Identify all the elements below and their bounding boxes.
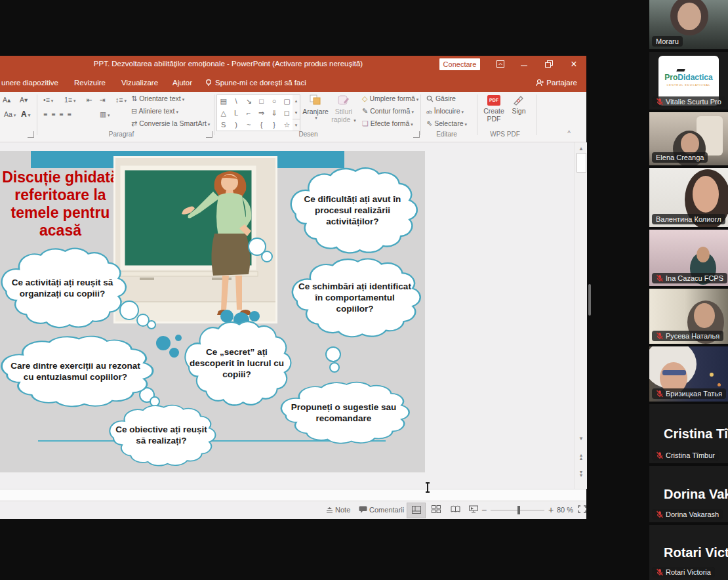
left-brace-shape-icon[interactable]: { [255,119,268,131]
decrease-indent-button[interactable]: ⇤ [87,96,92,104]
notes-splitter[interactable] [0,489,586,501]
quick-styles-button[interactable]: Stiluri rapide ▾ [331,94,357,123]
group-separator [477,94,477,135]
star-shape-icon[interactable]: ☆ [281,119,293,131]
collapse-ribbon-icon[interactable]: ^ [567,130,571,137]
align-text-button[interactable]: ⊟ Aliniere text▾ [131,107,178,115]
tab-expunere-diapozitive[interactable]: unere diapozitive [1,73,58,92]
textbox-shape-icon[interactable]: ▤ [217,95,230,107]
participant-tile-brizitskaya[interactable]: Бризицкая Татья [649,346,728,402]
participant-tile-moraru[interactable]: Moraru [649,0,728,49]
shape-fill-button[interactable]: ◇ Umplere formă▾ [362,94,418,103]
shapes-gallery-scroll[interactable]: ▲▼▼ [293,94,300,131]
tab-revizuire[interactable]: Revizuire [74,73,106,92]
glasses [662,370,686,375]
tab-ajutor[interactable]: Ajutor [172,73,192,92]
increase-indent-button[interactable]: ⇥ [100,96,106,104]
align-buttons[interactable]: ≡≡≡≡ [43,110,75,118]
right-arrow-shape-icon[interactable]: ⇒ [255,107,268,119]
share-button[interactable]: Partajare [536,73,577,92]
replace-button[interactable]: ab Înlocuire▾ [426,107,464,115]
zoom-out-button[interactable]: − [481,501,487,518]
oval-shape-icon[interactable]: ○ [268,95,280,107]
text-direction-button[interactable]: ⇅ Orientare text▾ [131,94,184,103]
comments-toggle[interactable]: Comentarii [359,501,404,518]
participant-tile-vitalie-scurtu[interactable]: ProDidactica CENTRUL EDUCATIONAL Vitalie… [649,52,728,110]
change-case-button[interactable]: Aa▾ [4,110,16,118]
participant-tile-valentina[interactable]: Валентина Колиогл [649,168,728,227]
create-pdf-button[interactable]: PDF Create PDF [481,94,507,123]
curve-shape-icon[interactable]: ~ [243,119,255,131]
numbering-button[interactable]: 1≡▾ [64,96,75,104]
slide-sorter-view-button[interactable] [427,503,445,517]
grow-font-button[interactable]: A▴ [3,96,10,104]
normal-view-button[interactable] [407,503,426,518]
bullets-button[interactable]: •≡▾ [43,96,53,104]
elbow-arrow-shape-icon[interactable]: ⌐ [243,107,255,119]
next-slide-button[interactable]: ▼▼ [575,470,587,477]
smartart-button[interactable]: ⇄ Conversie la SmartArt▾ [131,119,210,128]
roundrect-shape-icon[interactable]: ▢ [281,95,293,107]
scribble-shape-icon[interactable]: S [217,119,230,131]
restore-button[interactable] [538,56,560,73]
shapes-gallery[interactable]: ▤\↘□○▢ △L⌐⇒⇓◻ S)~{}☆ [216,94,294,131]
participant-tile-rotari-victoria[interactable]: Rotari Victoria Rotari Victoria [649,525,728,580]
tell-me-box[interactable]: Spune-mi ce dorești să faci [205,73,306,92]
zoom-level[interactable]: 80 % [557,501,573,518]
shape-effects-button[interactable]: ❏ Efecte formă▾ [362,119,413,128]
line-shape-icon[interactable]: \ [230,95,242,107]
participant-face [693,176,719,213]
slide[interactable]: Discuție ghidată referitoare la temele p… [0,151,425,472]
paragraf-dialog-launcher[interactable] [206,131,212,138]
font-dialog-launcher[interactable] [28,131,34,138]
scroll-up-icon[interactable]: ▲ [575,146,587,152]
line-spacing-button[interactable]: ↕≡▾ [115,96,127,104]
minimize-button[interactable] [513,56,535,73]
slide-editing-area[interactable]: Discuție ghidată referitoare la temele p… [0,142,575,489]
right-brace-shape-icon[interactable]: } [268,119,280,131]
gallery-scrollbar[interactable] [588,284,591,316]
font-color-button[interactable]: A▾ [21,110,30,119]
zoom-slider-thumb[interactable] [517,506,520,514]
scroll-down-icon[interactable]: ▼ [575,436,587,442]
elbow-shape-icon[interactable]: L [230,107,242,119]
thought-bubble: Ce obiective ați reușit să realizați? [105,401,218,471]
columns-button[interactable]: ▥▾ [100,110,110,118]
shrink-font-button[interactable]: A▾ [20,96,28,104]
participant-tile-ina-cazacu[interactable]: Ina Cazacu FCPS [649,230,728,286]
notes-toggle[interactable]: Note [326,501,350,518]
shape-outline-button[interactable]: ✎ Contur formă▾ [362,107,414,115]
sign-in-button[interactable]: Conectare [439,58,480,70]
participant-tile-dorina-vakarash[interactable]: Dorina Vakarash Dorina Vakarash [649,466,728,522]
slideshow-view-button[interactable] [464,503,482,517]
arrow-shape-icon[interactable]: ↘ [243,95,255,107]
city-light [718,383,721,386]
arc-shape-icon[interactable]: ) [230,119,242,131]
zoom-in-button[interactable]: + [548,501,554,518]
tab-vizualizare[interactable]: Vizualizare [121,73,158,92]
select-button[interactable]: ⇖ Selectare▾ [426,119,467,128]
close-button[interactable]: × [563,56,585,73]
corner-shape-icon[interactable]: ◻ [281,107,293,119]
down-arrow-shape-icon[interactable]: ⇓ [268,107,280,119]
find-button[interactable]: Găsire [426,94,456,102]
rect-shape-icon[interactable]: □ [255,95,268,107]
arrange-button[interactable]: Aranjare▾ [300,94,331,121]
sign-button[interactable]: Sign [508,94,529,115]
participant-face [694,303,715,328]
desen-dialog-launcher[interactable] [413,131,420,138]
slide-scrollbar[interactable]: ▲ ▼ ▲▲ ▼▼ [575,142,587,489]
participant-tile-ruseva[interactable]: Русева Наталья [649,289,728,344]
city-light [710,373,714,377]
fit-to-window-button[interactable] [573,503,591,517]
triangle-shape-icon[interactable]: △ [217,107,230,119]
participant-tile-cristina-timbur[interactable]: Cristina Tîmbur Cristina Tîmbur [649,404,728,463]
participant-tile-elena-creanga[interactable]: Elena Creanga [649,112,728,165]
ribbon-display-options-icon[interactable] [489,56,512,73]
search-icon [426,95,434,102]
previous-slide-button[interactable]: ▲▲ [575,453,587,460]
thought-dot [261,251,273,262]
reading-view-button[interactable] [447,503,464,517]
scrollbar-thumb[interactable] [576,153,586,173]
status-bar: Note Comentarii − + 80 % [0,501,586,519]
